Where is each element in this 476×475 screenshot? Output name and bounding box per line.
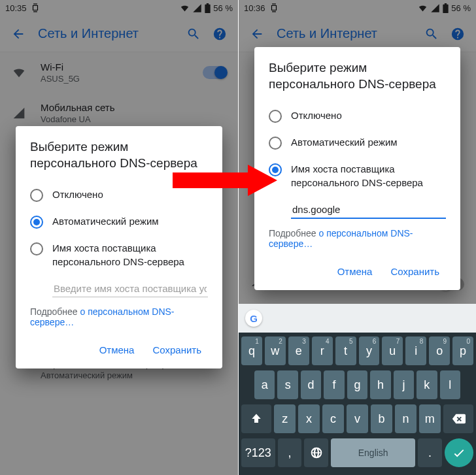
kb-row-4: ?123 , English . xyxy=(241,438,473,467)
key-t[interactable]: t5 xyxy=(335,336,356,365)
key-shift[interactable] xyxy=(241,404,271,433)
radio-icon xyxy=(269,110,282,123)
more-info: Подробнее о персональном DNS-сервере… xyxy=(269,228,446,249)
key-space[interactable]: English xyxy=(331,438,415,467)
radio-icon xyxy=(30,216,43,229)
key-backspace[interactable] xyxy=(443,404,473,433)
kb-row-1: q1w2e3r4t5y6u7i8o9p0 xyxy=(241,336,473,365)
kb-row-2: asdfghjkl xyxy=(241,370,473,399)
kb-row-3: zxcvbnm xyxy=(241,404,473,433)
key-d[interactable]: d xyxy=(301,370,321,399)
radio-off-label: Отключено xyxy=(52,188,103,201)
key-y[interactable]: y6 xyxy=(359,336,380,365)
key-i[interactable]: i8 xyxy=(405,336,426,365)
check-icon xyxy=(452,446,466,460)
phone-right: 10:36 56 % Сеть и Интернет xyxy=(238,0,476,475)
key-q[interactable]: q1 xyxy=(241,336,262,365)
dns-dialog: Выберите режим персонального DNS-сервера… xyxy=(254,47,460,290)
key-f[interactable]: f xyxy=(324,370,344,399)
key-l[interactable]: l xyxy=(440,370,460,399)
hostname-input[interactable] xyxy=(52,280,208,297)
radio-icon xyxy=(30,242,43,255)
shift-icon xyxy=(250,413,262,425)
key-o[interactable]: o9 xyxy=(429,336,450,365)
key-h[interactable]: h xyxy=(370,370,390,399)
key-n[interactable]: n xyxy=(395,404,416,433)
radio-icon xyxy=(30,189,43,202)
more-prefix: Подробнее xyxy=(30,306,80,317)
google-icon[interactable]: G xyxy=(245,310,262,327)
backspace-icon xyxy=(451,412,466,426)
radio-hostname[interactable]: Имя хоста поставщика персонального DNS-с… xyxy=(269,156,446,196)
radio-hostname[interactable]: Имя хоста поставщика персонального DNS-с… xyxy=(30,235,208,275)
radio-off-label: Отключено xyxy=(291,109,342,122)
key-k[interactable]: k xyxy=(416,370,437,399)
key-language[interactable] xyxy=(304,438,328,467)
key-w[interactable]: w2 xyxy=(265,336,286,365)
tutorial-arrow xyxy=(173,165,277,196)
more-info: Подробнее о персональном DNS-сервере… xyxy=(30,306,208,327)
key-c[interactable]: c xyxy=(322,404,344,433)
suggestion-bar: G xyxy=(239,304,476,333)
key-period[interactable]: . xyxy=(418,438,442,467)
radio-auto-label: Автоматический режим xyxy=(52,215,159,228)
save-button[interactable]: Сохранить xyxy=(384,261,446,282)
radio-auto[interactable]: Автоматический режим xyxy=(30,208,208,235)
radio-hostname-label: Имя хоста поставщика персонального DNS-с… xyxy=(52,242,208,269)
key-m[interactable]: m xyxy=(419,404,441,433)
key-symbols[interactable]: ?123 xyxy=(241,438,275,467)
key-z[interactable]: z xyxy=(274,404,296,433)
radio-auto[interactable]: Автоматический режим xyxy=(269,129,446,156)
key-comma[interactable]: , xyxy=(278,438,302,467)
radio-hostname-label: Имя хоста поставщика персонального DNS-с… xyxy=(291,163,446,189)
hostname-field-wrap xyxy=(52,280,208,297)
phone-left: 10:35 56 % Сеть и Интернет xyxy=(0,0,238,475)
key-g[interactable]: g xyxy=(347,370,367,399)
radio-auto-label: Автоматический режим xyxy=(291,136,398,149)
radio-icon xyxy=(269,137,282,150)
cancel-button[interactable]: Отмена xyxy=(93,339,141,361)
keyboard: G q1w2e3r4t5y6u7i8o9p0 asdfghjkl zxcvbnm… xyxy=(239,304,476,475)
key-r[interactable]: r4 xyxy=(312,336,333,365)
key-u[interactable]: u7 xyxy=(382,336,403,365)
dialog-title: Выберите режим персонального DNS-сервера xyxy=(269,60,446,92)
globe-icon xyxy=(310,446,323,459)
key-v[interactable]: v xyxy=(347,404,368,433)
cancel-button[interactable]: Отмена xyxy=(331,261,379,282)
dns-dialog: Выберите режим персонального DNS-сервера… xyxy=(16,126,222,369)
key-b[interactable]: b xyxy=(371,404,392,433)
key-e[interactable]: e3 xyxy=(288,336,309,365)
key-enter[interactable] xyxy=(445,438,473,467)
hostname-field-wrap xyxy=(291,201,446,219)
more-prefix: Подробнее xyxy=(269,228,319,238)
key-a[interactable]: a xyxy=(254,370,275,399)
key-x[interactable]: x xyxy=(298,404,320,433)
key-s[interactable]: s xyxy=(277,370,298,399)
hostname-input[interactable] xyxy=(291,201,446,219)
key-p[interactable]: p0 xyxy=(452,336,473,365)
key-j[interactable]: j xyxy=(394,370,414,399)
radio-off[interactable]: Отключено xyxy=(269,103,446,129)
save-button[interactable]: Сохранить xyxy=(146,339,208,361)
